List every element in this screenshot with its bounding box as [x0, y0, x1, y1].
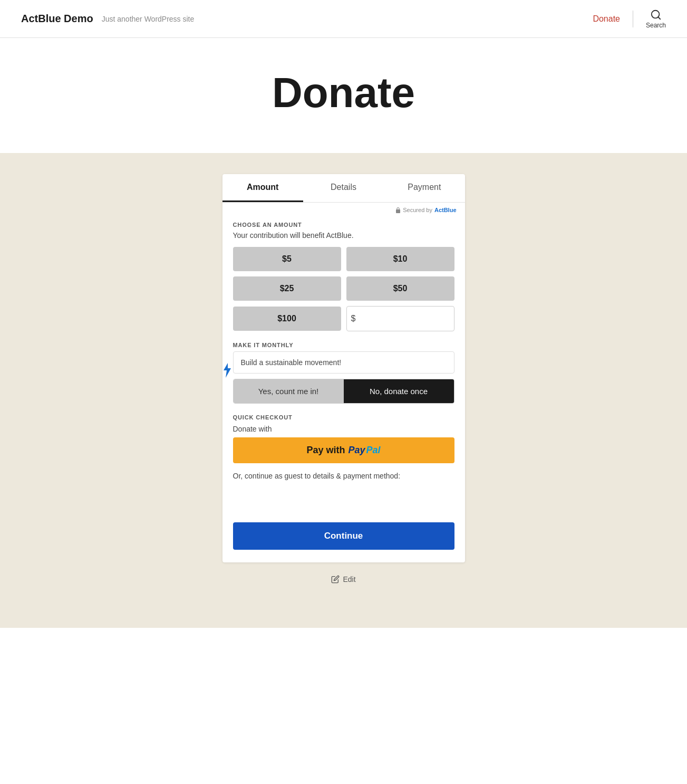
amount-btn-5[interactable]: $5 — [233, 247, 341, 271]
custom-amount-row: $100 $ — [233, 306, 454, 331]
form-body: CHOOSE AN AMOUNT Your contribution will … — [222, 213, 465, 562]
paypal-logo: PayPal — [348, 445, 380, 456]
choose-amount-label: CHOOSE AN AMOUNT — [233, 222, 454, 228]
site-title[interactable]: ActBlue Demo — [21, 13, 93, 25]
nav-donate-link[interactable]: Donate — [593, 14, 620, 24]
amount-btn-100[interactable]: $100 — [233, 307, 341, 331]
custom-amount-input[interactable] — [357, 314, 449, 323]
edit-footer: Edit — [0, 562, 687, 592]
monthly-banner: Build a sustainable movement! — [233, 351, 454, 374]
edit-icon — [331, 575, 340, 584]
page-title: Donate — [21, 70, 666, 116]
site-tagline: Just another WordPress site — [102, 15, 195, 23]
security-text: Secured by — [403, 207, 432, 213]
tab-amount[interactable]: Amount — [222, 174, 303, 202]
quick-checkout-label: QUICK CHECKOUT — [233, 414, 454, 420]
paypal-button[interactable]: Pay with PayPal — [233, 437, 454, 463]
paypal-p1: Pay — [348, 445, 365, 456]
security-brand: ActBlue — [434, 207, 457, 213]
monthly-toggle: Yes, count me in! No, donate once — [233, 379, 454, 404]
security-badge: Secured by ActBlue — [222, 203, 465, 213]
search-icon — [650, 9, 662, 21]
hero-section: Donate — [0, 38, 687, 153]
tab-payment[interactable]: Payment — [384, 174, 465, 202]
continue-button[interactable]: Continue — [233, 522, 454, 550]
lightning-icon — [222, 363, 232, 380]
header-divider — [633, 11, 633, 27]
svg-rect-2 — [396, 209, 400, 213]
svg-marker-3 — [224, 363, 231, 378]
monthly-section-wrapper: MAKE IT MONTHLY Build a sustainable move… — [233, 342, 454, 374]
lock-icon — [395, 207, 401, 213]
paypal-p2: Pal — [366, 445, 381, 456]
no-monthly-btn[interactable]: No, donate once — [344, 379, 454, 403]
main-background: Amount Details Payment Secured by ActBlu… — [0, 153, 687, 628]
site-header: ActBlue Demo Just another WordPress site… — [0, 0, 687, 38]
donate-with-label: Donate with — [233, 425, 454, 433]
header-nav: Donate Search — [593, 9, 666, 29]
amount-btn-25[interactable]: $25 — [233, 276, 341, 301]
search-label: Search — [646, 22, 666, 29]
svg-line-1 — [658, 17, 660, 19]
make-monthly-label: MAKE IT MONTHLY — [233, 342, 454, 348]
amount-btn-50[interactable]: $50 — [346, 276, 454, 301]
or-continue-text: Or, continue as guest to details & payme… — [233, 472, 454, 480]
contribution-desc: Your contribution will benefit ActBlue. — [233, 231, 454, 240]
donation-form-card: Amount Details Payment Secured by ActBlu… — [222, 174, 465, 562]
form-tabs: Amount Details Payment — [222, 174, 465, 203]
amount-grid: $5 $10 $25 $50 — [233, 247, 454, 301]
dollar-sign: $ — [351, 314, 356, 323]
edit-link[interactable]: Edit — [343, 575, 355, 584]
tab-details[interactable]: Details — [303, 174, 384, 202]
search-button[interactable]: Search — [646, 9, 666, 29]
paypal-btn-text: Pay with — [306, 445, 345, 456]
yes-monthly-btn[interactable]: Yes, count me in! — [234, 379, 344, 403]
amount-btn-10[interactable]: $10 — [346, 247, 454, 271]
custom-amount-wrap: $ — [346, 306, 454, 331]
